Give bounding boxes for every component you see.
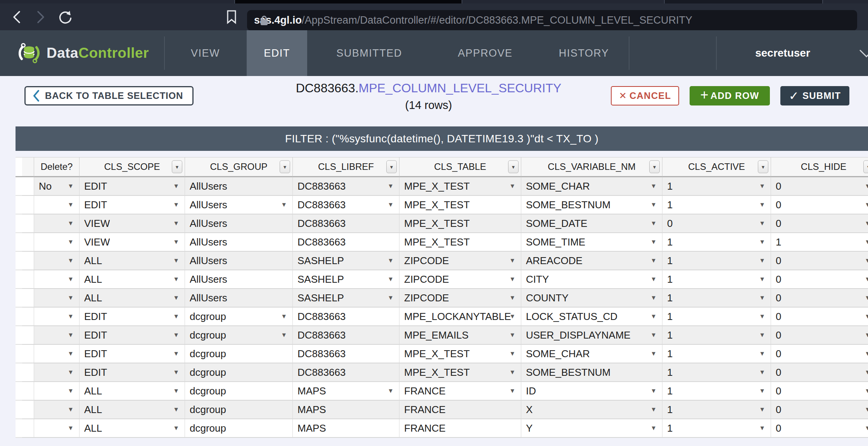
table-cell[interactable]: 0▼ bbox=[771, 252, 868, 270]
row-handle[interactable] bbox=[22, 289, 34, 308]
user-menu[interactable]: secretuser bbox=[716, 30, 849, 76]
cell-dropdown-arrow[interactable]: ▼ bbox=[173, 220, 179, 227]
table-cell[interactable]: VIEW▼ bbox=[80, 233, 185, 252]
table-cell[interactable]: ▼ bbox=[34, 345, 80, 363]
table-cell[interactable]: MPE_EMAILS▼ bbox=[399, 326, 521, 345]
back-to-table-selection-button[interactable]: BACK TO TABLE SELECTION bbox=[24, 86, 194, 105]
bookmark-icon[interactable] bbox=[226, 10, 237, 24]
row-handle[interactable] bbox=[22, 345, 34, 363]
cell-dropdown-arrow[interactable]: ▼ bbox=[387, 387, 394, 394]
table-cell[interactable]: 1▼ bbox=[662, 177, 771, 196]
table-cell[interactable]: dcgroup bbox=[185, 363, 293, 382]
cell-dropdown-arrow[interactable]: ▼ bbox=[509, 350, 515, 357]
cell-dropdown-arrow[interactable]: ▼ bbox=[865, 220, 868, 227]
table-cell[interactable]: ▼ bbox=[34, 308, 80, 326]
table-cell[interactable]: AREACODE▼ bbox=[521, 252, 662, 270]
table-cell[interactable]: AllUsers bbox=[185, 233, 293, 252]
cell-dropdown-arrow[interactable]: ▼ bbox=[67, 220, 74, 227]
cell-dropdown-arrow[interactable]: ▼ bbox=[387, 257, 394, 264]
column-filter-button[interactable]: ▼ bbox=[758, 161, 768, 173]
table-cell[interactable]: DC883663 bbox=[293, 214, 399, 233]
app-logo[interactable]: DataController bbox=[17, 30, 149, 76]
cell-dropdown-arrow[interactable]: ▼ bbox=[865, 332, 868, 339]
cell-dropdown-arrow[interactable]: ▼ bbox=[759, 406, 765, 413]
column-filter-button[interactable]: ▼ bbox=[280, 161, 290, 173]
column-header-cls-active[interactable]: CLS_ACTIVE▼ bbox=[662, 157, 771, 177]
row-handle[interactable] bbox=[22, 308, 34, 326]
table-cell[interactable]: AllUsers bbox=[185, 214, 293, 233]
table-cell[interactable]: USER_DISPLAYNAME▼ bbox=[521, 326, 662, 345]
table-cell[interactable]: DC883663 bbox=[293, 363, 399, 382]
cell-dropdown-arrow[interactable]: ▼ bbox=[759, 276, 765, 283]
table-cell[interactable]: No▼ bbox=[34, 177, 80, 196]
cell-dropdown-arrow[interactable]: ▼ bbox=[173, 406, 179, 413]
cancel-button[interactable]: ✕CANCEL bbox=[611, 86, 679, 105]
tab-view[interactable]: VIEW bbox=[164, 30, 247, 76]
cell-dropdown-arrow[interactable]: ▼ bbox=[509, 313, 515, 320]
table-cell[interactable]: 1▼ bbox=[662, 363, 771, 382]
cell-dropdown-arrow[interactable]: ▼ bbox=[67, 313, 74, 320]
cell-dropdown-arrow[interactable]: ▼ bbox=[67, 201, 74, 208]
table-cell[interactable]: VIEW▼ bbox=[80, 214, 185, 233]
column-header-cls-group[interactable]: CLS_GROUP▼ bbox=[185, 157, 293, 177]
url-bar[interactable]: sas.4gl.io/AppStream/DataController/#/ed… bbox=[247, 10, 857, 31]
table-cell[interactable]: 0▼ bbox=[771, 345, 868, 363]
table-cell[interactable]: AllUsers bbox=[185, 289, 293, 308]
table-cell[interactable]: MPE_X_TEST bbox=[399, 196, 521, 214]
table-cell[interactable]: DC883663▼ bbox=[293, 196, 399, 214]
table-cell[interactable]: CITY▼ bbox=[521, 270, 662, 289]
cell-dropdown-arrow[interactable]: ▼ bbox=[650, 332, 657, 339]
cell-dropdown-arrow[interactable]: ▼ bbox=[759, 294, 765, 301]
table-cell[interactable]: ▼ bbox=[34, 419, 80, 438]
user-chevron-down-icon[interactable] bbox=[858, 47, 868, 59]
cell-dropdown-arrow[interactable]: ▼ bbox=[650, 294, 657, 301]
table-cell[interactable]: EDIT▼ bbox=[80, 363, 185, 382]
table-cell[interactable]: DC883663 bbox=[293, 308, 399, 326]
cell-dropdown-arrow[interactable]: ▼ bbox=[173, 276, 179, 283]
table-cell[interactable]: ▼ bbox=[34, 401, 80, 419]
table-cell[interactable]: MPE_X_TEST bbox=[399, 233, 521, 252]
table-cell[interactable]: 0▼ bbox=[771, 308, 868, 326]
submit-button[interactable]: ✓SUBMIT bbox=[780, 86, 849, 105]
column-filter-button[interactable]: ▼ bbox=[172, 161, 182, 173]
column-filter-button[interactable]: ▼ bbox=[863, 161, 868, 173]
table-cell[interactable]: dcgroup bbox=[185, 345, 293, 363]
table-cell[interactable]: ALL▼ bbox=[80, 270, 185, 289]
table-cell[interactable]: ▼ bbox=[34, 382, 80, 401]
cell-dropdown-arrow[interactable]: ▼ bbox=[650, 183, 657, 190]
table-cell[interactable]: ▼ bbox=[34, 196, 80, 214]
cell-dropdown-arrow[interactable]: ▼ bbox=[281, 313, 287, 320]
table-cell[interactable]: EDIT▼ bbox=[80, 326, 185, 345]
table-cell[interactable]: 0▼ bbox=[771, 419, 868, 438]
table-cell[interactable]: ALL▼ bbox=[80, 401, 185, 419]
cell-dropdown-arrow[interactable]: ▼ bbox=[865, 257, 868, 264]
table-cell[interactable]: MPE_X_TEST▼ bbox=[399, 177, 521, 196]
table-cell[interactable]: ZIPCODE▼ bbox=[399, 289, 521, 308]
table-cell[interactable]: COUNTY▼ bbox=[521, 289, 662, 308]
cell-dropdown-arrow[interactable]: ▼ bbox=[67, 294, 74, 301]
cell-dropdown-arrow[interactable]: ▼ bbox=[865, 313, 868, 320]
table-cell[interactable]: SOME_BESTNUM▼ bbox=[521, 196, 662, 214]
column-header-cls-hide[interactable]: CLS_HIDE▼ bbox=[771, 157, 868, 177]
table-cell[interactable]: 0▼ bbox=[771, 326, 868, 345]
refresh-icon[interactable] bbox=[58, 10, 73, 24]
table-cell[interactable]: 1▼ bbox=[662, 419, 771, 438]
cell-dropdown-arrow[interactable]: ▼ bbox=[759, 332, 765, 339]
cell-dropdown-arrow[interactable]: ▼ bbox=[509, 276, 515, 283]
table-cell[interactable]: ALL▼ bbox=[80, 419, 185, 438]
table-cell[interactable]: EDIT▼ bbox=[80, 177, 185, 196]
table-cell[interactable]: X▼ bbox=[521, 401, 662, 419]
tab-edit[interactable]: EDIT bbox=[247, 30, 307, 76]
table-cell[interactable]: 1▼ bbox=[662, 326, 771, 345]
row-handle[interactable] bbox=[22, 270, 34, 289]
table-cell[interactable]: 1▼ bbox=[662, 382, 771, 401]
row-handle[interactable] bbox=[22, 196, 34, 214]
table-cell[interactable]: ALL▼ bbox=[80, 382, 185, 401]
table-cell[interactable]: EDIT▼ bbox=[80, 196, 185, 214]
cell-dropdown-arrow[interactable]: ▼ bbox=[650, 387, 657, 394]
cell-dropdown-arrow[interactable]: ▼ bbox=[173, 201, 179, 208]
cell-dropdown-arrow[interactable]: ▼ bbox=[759, 201, 765, 208]
table-cell[interactable]: AllUsers▼ bbox=[185, 196, 293, 214]
cell-dropdown-arrow[interactable]: ▼ bbox=[173, 332, 179, 339]
cell-dropdown-arrow[interactable]: ▼ bbox=[759, 220, 765, 227]
